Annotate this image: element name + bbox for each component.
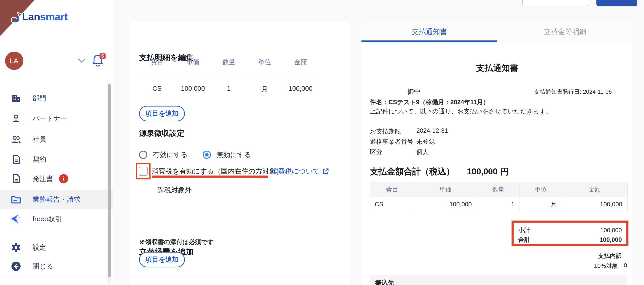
table-row[interactable]: CS 100,000 1 月 100,000 <box>139 85 318 94</box>
column-header: 費目 <box>139 58 175 66</box>
sidebar-item-label: パートナー <box>32 114 67 123</box>
payment-breakdown-title: 支払内訳 <box>598 252 622 260</box>
document-table: 費目 単価 数量 単位 金額 CS 100,000 1 月 100,000 <box>370 182 627 212</box>
meta-value: 未登録 <box>416 138 435 146</box>
sidebar-item-label: 閉じる <box>32 262 53 271</box>
add-expense-item-button[interactable]: 項目を追加 <box>139 252 185 268</box>
column-header: 費目 <box>370 182 414 197</box>
cell-unit-price: 100,000 <box>175 85 211 94</box>
breakdown-label: 10%対象 <box>594 262 618 270</box>
add-item-button[interactable]: 項目を追加 <box>139 106 185 121</box>
cell-quantity: 1 <box>477 197 520 212</box>
notification-bell[interactable]: 5 <box>92 54 106 68</box>
bank-transfer-section: 振込先 <box>370 276 627 285</box>
meta-value: 2024-12-31 <box>416 127 448 134</box>
document-preview-panel: 支払通知書 立替金等明細 支払通知書 御中 支払通知書発行日: 2024-11-… <box>362 21 633 285</box>
sidebar-item-work-reports-billing[interactable]: 業務報告・請求 <box>0 190 113 209</box>
arrow-left-circle-icon <box>10 261 22 272</box>
grand-total-label: 合計 <box>518 236 530 244</box>
meta-value: 個人 <box>416 148 429 156</box>
document-icon <box>10 154 22 165</box>
sidebar-item-label: 設定 <box>32 243 46 252</box>
person-icon <box>10 113 22 124</box>
subtotal-value: 100,000 <box>600 227 622 234</box>
breakdown-value: 0 <box>624 262 627 270</box>
external-link-icon <box>322 168 329 174</box>
column-header: 単位 <box>246 58 282 66</box>
sidebar-item-purchase-orders[interactable]: 発注書 i <box>0 171 113 186</box>
meta-row-due-date: お支払期限 2024-12-31 <box>370 127 401 136</box>
payment-notice-editor-page: { "ribbon": { "label": "QA" }, "brand": … <box>0 0 644 285</box>
sidebar-scrollbar[interactable] <box>108 82 111 285</box>
sidebar-item-partners[interactable]: パートナー <box>0 111 113 126</box>
sidebar-item-label: 発注書 <box>32 174 53 184</box>
column-header: 単価 <box>414 182 477 197</box>
sidebar-item-label: 部門 <box>32 94 46 103</box>
user-row: LA 5 <box>0 51 113 71</box>
building-icon <box>10 93 22 104</box>
secondary-action-button[interactable] <box>522 0 589 6</box>
sidebar-item-label: 契約 <box>32 155 46 164</box>
cell-unit-price: 100,000 <box>414 197 477 212</box>
sidebar-item-employees[interactable]: 社員 <box>0 132 113 147</box>
column-header: 金額 <box>562 182 628 197</box>
document-subject: 件名：CSテスト9（稼働月：2024年11月） <box>370 98 489 106</box>
radio-disable-label[interactable]: 無効にする <box>216 150 251 160</box>
sidebar-item-freee[interactable]: freee取引 <box>0 212 113 226</box>
consumption-tax-checkbox-label[interactable]: 消費税を有効にする（国内在住の方対象） <box>152 166 283 177</box>
document-icon <box>10 173 22 184</box>
sidebar-scrollbar-thumb[interactable] <box>108 84 111 277</box>
active-tab-underline <box>362 40 497 42</box>
meta-label: 適格事業者番号 <box>370 138 413 145</box>
tax-status-text: 課税対象外 <box>158 185 192 195</box>
document-greeting: 上記件について、以下の通り、お支払いをさせていただきます。 <box>370 107 552 115</box>
radio-disable[interactable] <box>203 151 211 159</box>
withholding-radio-group: 有効にする 無効にする <box>139 149 251 160</box>
payment-total-unit: 円 <box>500 166 509 177</box>
sidebar-item-close[interactable]: 閉じる <box>0 259 113 274</box>
tab-payment-notice[interactable]: 支払通知書 <box>362 21 497 42</box>
cell-item: CS <box>139 85 175 94</box>
consumption-tax-checkbox[interactable] <box>139 167 148 176</box>
primary-action-button[interactable] <box>596 0 637 6</box>
sidebar-item-label: freee取引 <box>32 214 62 224</box>
meta-label: 区分 <box>370 149 382 155</box>
document-title: 支払通知書 <box>362 62 633 74</box>
cell-unit: 月 <box>246 85 282 94</box>
sidebar-item-departments[interactable]: 部門 <box>0 91 113 106</box>
radio-enable-label[interactable]: 有効にする <box>153 150 188 160</box>
gear-icon <box>10 242 22 253</box>
cell-quantity: 1 <box>211 85 247 94</box>
sidebar-item-settings[interactable]: 設定 <box>0 240 113 255</box>
notification-badge: 5 <box>100 53 106 59</box>
payment-breakdown-row: 10%対象 0 <box>594 262 627 270</box>
column-header: 数量 <box>211 58 247 66</box>
payment-total-line: 支払金額合計（税込） 100,000 円 <box>370 166 509 177</box>
payment-total-value: 100,000 <box>467 167 498 176</box>
freee-swallow-icon <box>10 214 22 225</box>
brand-logo-text: Lansmart <box>22 10 68 23</box>
people-icon <box>10 134 22 145</box>
radio-enable[interactable] <box>139 151 147 159</box>
subtotal-label: 小計 <box>518 226 530 234</box>
meta-label: お支払期限 <box>370 128 401 135</box>
column-header: 単位 <box>520 182 562 197</box>
chevron-down-icon[interactable] <box>78 58 86 63</box>
consumption-tax-link[interactable]: 消費税について <box>271 166 329 177</box>
tab-reimbursement-detail[interactable]: 立替金等明細 <box>497 21 633 42</box>
payment-detail-editor-card: 支払明細を編集 費目 単価 数量 単位 金額 CS 100,000 1 月 10… <box>130 21 350 285</box>
editor-table-header: 費目 単価 数量 単位 金額 <box>139 58 318 66</box>
divider <box>139 79 318 79</box>
grand-total-row: 合計 100,000 <box>518 235 622 245</box>
document-issue-date: 支払通知書発行日: 2024-11-06 <box>534 88 612 95</box>
cell-item: CS <box>370 197 414 212</box>
preview-tabbar: 支払通知書 立替金等明細 <box>362 21 633 42</box>
sidebar-item-contracts[interactable]: 契約 <box>0 152 113 167</box>
sidebar: Lansmart LA 5 部門 パートナー 社員 <box>0 0 113 285</box>
document-recipient: 御中 <box>407 87 420 96</box>
info-badge-icon: i <box>59 174 68 183</box>
meta-row-business-number: 適格事業者番号 未登録 <box>370 138 413 146</box>
avatar[interactable]: LA <box>5 52 23 70</box>
meta-row-classification: 区分 個人 <box>370 148 382 156</box>
withholding-heading: 源泉徴収設定 <box>139 128 184 138</box>
